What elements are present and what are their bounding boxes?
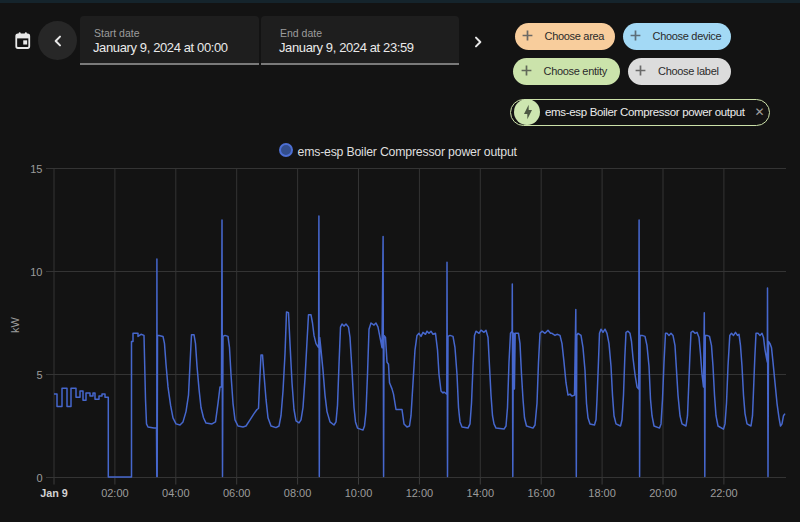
svg-text:06:00: 06:00 — [223, 487, 251, 499]
svg-text:22:00: 22:00 — [710, 487, 738, 499]
svg-text:18:00: 18:00 — [588, 487, 616, 499]
svg-text:kW: kW — [9, 316, 21, 333]
svg-text:04:00: 04:00 — [162, 487, 190, 499]
svg-text:20:00: 20:00 — [649, 487, 677, 499]
svg-text:16:00: 16:00 — [527, 487, 555, 499]
svg-text:12:00: 12:00 — [406, 487, 434, 499]
svg-text:14:00: 14:00 — [467, 487, 495, 499]
svg-text:5: 5 — [36, 369, 42, 381]
svg-text:Jan 9: Jan 9 — [40, 487, 68, 499]
svg-text:10:00: 10:00 — [345, 487, 373, 499]
svg-text:08:00: 08:00 — [284, 487, 312, 499]
svg-text:15: 15 — [30, 163, 42, 175]
svg-text:02:00: 02:00 — [101, 487, 129, 499]
svg-text:0: 0 — [36, 472, 42, 484]
svg-text:10: 10 — [30, 266, 42, 278]
